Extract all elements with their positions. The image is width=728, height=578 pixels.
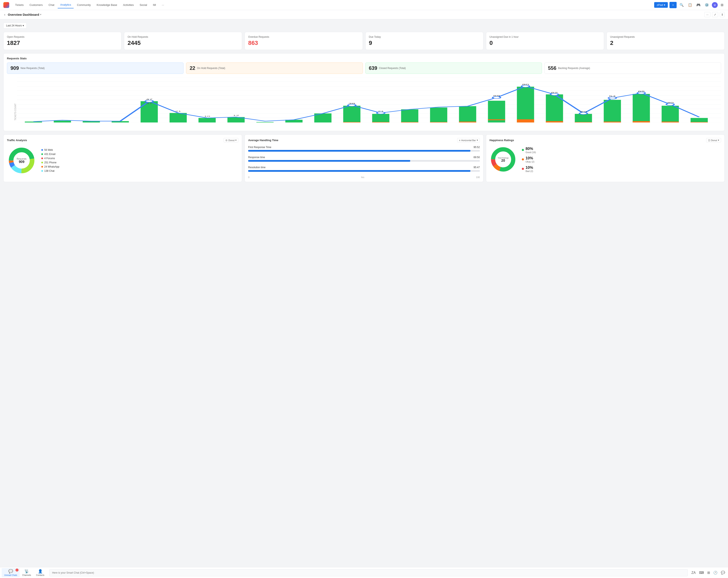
requests-stats-title: Requests Stats	[7, 57, 721, 60]
handling-first-response: First Response Time 95:52	[248, 146, 480, 152]
legend-web-label: 56 Web	[44, 149, 53, 151]
summary-box-backlog: 556 Backlog Requests (Average)	[544, 62, 721, 74]
user-avatar[interactable]: U	[712, 2, 718, 8]
bar-11pm-orange	[662, 122, 679, 123]
summary-desc-new: New Requests (Total)	[21, 67, 45, 70]
back-button[interactable]: ‹	[3, 12, 6, 18]
time-filter-button[interactable]: Last 24 Hours ▾	[3, 23, 27, 28]
stat-card-unassigned: Unassigned Requests 2	[606, 32, 725, 50]
happiness-donut-icon: ◫	[708, 139, 710, 141]
nav-item-analytics[interactable]: Analytics	[58, 1, 74, 8]
stat-label-overdue: Overdue Requests	[248, 35, 359, 38]
legend-whatsapp-label: 24 WhatsApp	[44, 165, 59, 168]
traffic-donut-center-label: Requests	[17, 158, 27, 160]
handling-response: Response time 69:50	[248, 156, 480, 162]
dot-7pm	[551, 93, 558, 96]
dot-5pm	[493, 97, 500, 99]
stat-card-overdue: Overdue Requests 863	[244, 32, 363, 50]
rating-legend: 80% Good (16) 10% Okay (2)	[522, 147, 536, 173]
search-icon-button[interactable]: 🔍	[678, 2, 685, 8]
reports-icon-button[interactable]: 📋	[687, 2, 694, 8]
create-button[interactable]: ＋	[670, 2, 677, 8]
nav-item-more[interactable]: ···	[159, 2, 167, 8]
handling-panel-header: Average Handling Time ≡ Horizontal Bar ▾	[248, 138, 480, 142]
legend-phone: 251 Phone	[41, 161, 59, 164]
bar-9am-green	[256, 122, 274, 123]
apps-grid-icon-button[interactable]: ⊞	[720, 2, 725, 8]
zpad-chevron-icon: ▾	[664, 3, 665, 6]
rating-bad: 10% Bad (2)	[522, 165, 536, 173]
summary-box-closed: 639 Closed Requests (Total)	[365, 62, 542, 74]
avg-handling-panel: Average Handling Time ≡ Horizontal Bar ▾…	[244, 134, 483, 182]
happiness-panel-header: Happiness Ratings ◫ Donut ▾	[490, 138, 721, 142]
traffic-type-button[interactable]: ◎ Donut ▾	[224, 138, 238, 142]
rating-bad-pct: 10%	[526, 165, 533, 170]
summary-box-onhold: 22 On Hold Requests (Total)	[186, 62, 363, 74]
rating-good-dot	[522, 149, 524, 151]
rating-bad-label: Bad (2)	[526, 170, 533, 173]
legend-forums-label: 4 Forums	[44, 157, 55, 160]
dot-6pm	[522, 85, 529, 87]
summary-desc-backlog: Backlog Requests (Average)	[558, 67, 590, 70]
label-9pm: 54	[609, 95, 616, 97]
bar-4pm-green	[459, 106, 476, 123]
line-chart	[33, 86, 699, 122]
bar-9pm-green	[604, 100, 621, 123]
legend-phone-dot	[41, 162, 43, 163]
legend-phone-label: 251 Phone	[44, 161, 56, 164]
summary-desc-closed: Closed Requests (Total)	[379, 67, 406, 70]
app-logo[interactable]	[3, 2, 9, 8]
bar-12pm-orange	[343, 122, 360, 123]
zpad-label: zPad	[657, 3, 663, 6]
stat-card-open: Open Requests 1827	[3, 32, 122, 50]
handling-resolution: Resolution time 95:47	[248, 166, 480, 172]
zpad-button[interactable]: zPad ▾	[654, 2, 668, 8]
filter-bar: Last 24 Hours ▾	[3, 23, 725, 28]
bar-7pm-orange	[546, 121, 563, 123]
donut-icon: ◎	[226, 139, 228, 141]
dot-12pm	[348, 104, 356, 106]
info-button[interactable]: ℹ	[720, 12, 725, 17]
nav-item-community[interactable]: Community	[75, 2, 93, 8]
nav-item-knowledge-base[interactable]: Knowledge Base	[94, 2, 120, 8]
handling-response-bar-bg	[248, 160, 480, 162]
more-options-button[interactable]: ···	[704, 12, 710, 17]
bar-10pm-green	[633, 94, 650, 123]
handling-first-bar	[248, 150, 470, 152]
nav-item-im[interactable]: IM	[150, 2, 158, 8]
stat-label-unassigned: Unassigned Requests	[610, 35, 721, 38]
bar-6am-green	[170, 113, 187, 123]
nav-item-customers[interactable]: Customers	[27, 2, 45, 8]
bar-1am-green	[25, 122, 42, 123]
bar-4pm-orange	[459, 122, 476, 123]
label-8pm: 20	[580, 111, 587, 113]
legend-chat-dot	[41, 170, 43, 172]
title-chevron-icon: ▾	[40, 13, 41, 16]
nav-item-activities[interactable]: Activities	[121, 2, 136, 8]
bar-label-6am: 21	[175, 110, 181, 112]
happiness-content: Total Ratings 20 80% Good (16) 1	[490, 146, 721, 173]
legend-email-dot	[41, 153, 43, 155]
y-axis-label: TICKETS COUNT	[14, 104, 17, 121]
rating-okay-dot	[522, 158, 524, 160]
top-nav: Tickets Customers Chat Analytics Communi…	[0, 0, 728, 10]
label-5pm: 55	[493, 95, 500, 97]
handling-first-label: First Response Time	[248, 146, 271, 149]
page-title: Overview Dashboard ▾	[8, 13, 41, 16]
bottom-panels: Traffic Analysis ◎ Donut ▾	[3, 134, 725, 182]
expand-button[interactable]: ⤢	[712, 12, 718, 17]
handling-footer-right: 100	[476, 176, 480, 179]
nav-item-social[interactable]: Social	[137, 2, 150, 8]
handling-type-button[interactable]: ≡ Horizontal Bar ▾	[457, 138, 480, 142]
happiness-type-button[interactable]: ◫ Donut ▾	[706, 138, 721, 142]
rating-good-pct: 80%	[526, 147, 536, 151]
games-icon-button[interactable]: 🎮	[695, 2, 702, 8]
nav-item-chat[interactable]: Chat	[46, 2, 57, 8]
bar-11pm-green	[662, 106, 679, 123]
label-10pm: 65	[638, 90, 645, 92]
handling-response-bar	[248, 160, 410, 162]
nav-item-tickets[interactable]: Tickets	[12, 2, 26, 8]
bar-label-1pm: 21	[378, 110, 384, 112]
requests-chart: TICKETS COUNT 0 10 20 30 40	[7, 77, 721, 128]
settings-icon-button[interactable]: ⚙️	[703, 2, 710, 8]
